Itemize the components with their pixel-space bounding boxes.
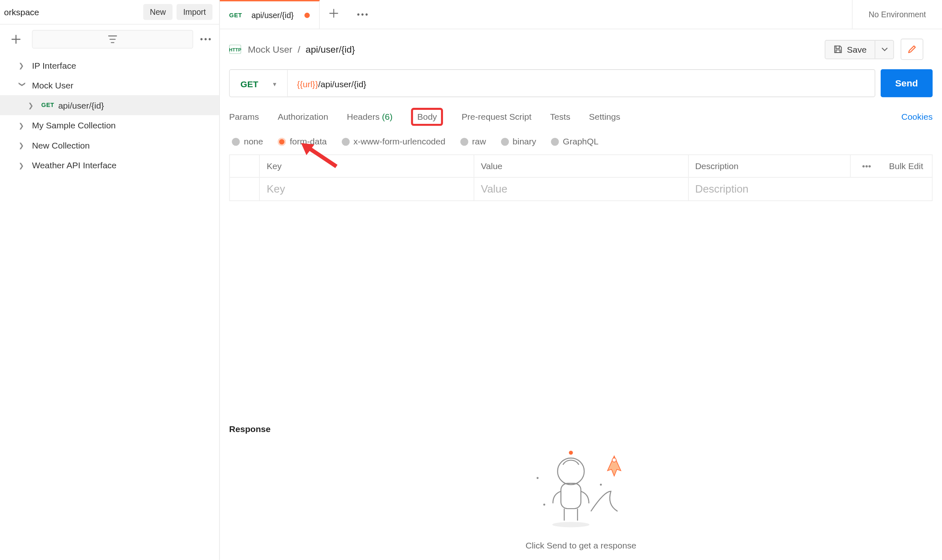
col-value: Value bbox=[474, 155, 688, 177]
request-tab[interactable]: GET api/user/{id} bbox=[220, 0, 319, 29]
chevron-right-icon: ❯ bbox=[28, 102, 36, 109]
row-desc-input[interactable]: Description bbox=[688, 178, 851, 200]
add-tab-button[interactable] bbox=[319, 8, 347, 20]
edit-button[interactable] bbox=[901, 39, 923, 60]
url-row: GET ▾ {{url}}/api/user/{id} Send bbox=[229, 69, 933, 97]
filter-input[interactable] bbox=[32, 30, 194, 49]
svg-point-5 bbox=[536, 477, 539, 479]
tab-prerequest[interactable]: Pre-request Script bbox=[462, 112, 532, 122]
import-button[interactable]: Import bbox=[177, 4, 212, 20]
collection-item[interactable]: ❯ New Collection bbox=[0, 135, 219, 155]
row-value-input[interactable]: Value bbox=[474, 178, 688, 200]
collection-item[interactable]: ❯ IP Interface bbox=[0, 55, 219, 75]
cookies-link[interactable]: Cookies bbox=[901, 112, 933, 122]
breadcrumb: Mock User / api/user/{id} bbox=[248, 44, 355, 55]
row-key-input[interactable]: Key bbox=[260, 178, 474, 200]
workspace-header: orkspace New Import bbox=[0, 0, 219, 25]
bulk-edit-link[interactable]: Bulk Edit bbox=[882, 155, 932, 177]
tab-body[interactable]: Body bbox=[411, 108, 443, 126]
request-item[interactable]: ❯ GET api/user/{id} bbox=[0, 95, 219, 115]
svg-point-7 bbox=[600, 483, 602, 486]
save-button[interactable]: Save bbox=[825, 40, 874, 58]
form-data-table: Key Value Description ••• Bulk Edit Key … bbox=[229, 154, 933, 201]
svg-point-6 bbox=[543, 504, 545, 506]
svg-point-0 bbox=[552, 522, 590, 527]
row-check[interactable] bbox=[230, 178, 260, 200]
save-icon bbox=[834, 44, 843, 54]
breadcrumb-sep: / bbox=[298, 44, 300, 55]
svg-point-3 bbox=[569, 451, 573, 455]
save-dropdown[interactable] bbox=[874, 40, 893, 58]
col-check bbox=[230, 155, 260, 177]
col-options[interactable]: ••• bbox=[851, 155, 882, 177]
tab-params[interactable]: Params bbox=[229, 112, 259, 122]
environment-selector[interactable]: No Environment bbox=[852, 0, 942, 29]
breadcrumb-current: api/user/{id} bbox=[305, 44, 355, 55]
col-key: Key bbox=[260, 155, 474, 177]
response-title: Response bbox=[229, 424, 933, 434]
create-new-icon[interactable] bbox=[7, 30, 25, 49]
response-hint: Click Send to get a response bbox=[525, 541, 636, 551]
collections-tree: ❯ IP Interface ❯ Mock User ❯ GET api/use… bbox=[0, 54, 219, 175]
radio-none[interactable]: none bbox=[232, 137, 263, 146]
svg-rect-2 bbox=[561, 483, 581, 509]
collection-label: New Collection bbox=[32, 140, 90, 150]
sidebar-more-icon[interactable]: ••• bbox=[200, 35, 212, 44]
sidebar: orkspace New Import ••• ❯ IP Interface ❯… bbox=[0, 0, 220, 560]
tab-title: api/user/{id} bbox=[252, 10, 294, 20]
collection-item[interactable]: ❯ My Sample Collection bbox=[0, 115, 219, 135]
save-group: Save bbox=[825, 40, 894, 59]
tab-method: GET bbox=[229, 12, 242, 18]
collection-item[interactable]: ❯ Weather API Interface bbox=[0, 155, 219, 175]
tab-tests[interactable]: Tests bbox=[550, 112, 570, 122]
filter-icon bbox=[108, 35, 117, 44]
new-button[interactable]: New bbox=[143, 4, 173, 20]
chevron-down-icon: ▾ bbox=[273, 80, 276, 88]
chevron-down-icon: ❯ bbox=[19, 81, 26, 89]
request-config-tabs: Params Authorization Headers (6) Body Pr… bbox=[220, 107, 942, 134]
response-empty-state: Click Send to get a response bbox=[229, 445, 933, 551]
radio-graphql[interactable]: GraphQL bbox=[551, 137, 599, 146]
tab-settings[interactable]: Settings bbox=[589, 112, 620, 122]
radio-raw[interactable]: raw bbox=[460, 137, 486, 146]
collection-label: IP Interface bbox=[32, 60, 76, 70]
astronaut-illustration-icon bbox=[524, 445, 637, 531]
breadcrumb-parent[interactable]: Mock User bbox=[248, 44, 292, 55]
chevron-right-icon: ❯ bbox=[19, 121, 26, 129]
unsaved-dot-icon bbox=[304, 12, 310, 18]
main-panel: GET api/user/{id} ••• No Environment HTT… bbox=[220, 0, 942, 560]
row-bulk bbox=[882, 178, 932, 200]
svg-point-4 bbox=[612, 458, 616, 462]
save-label: Save bbox=[847, 44, 867, 54]
radio-urlencoded[interactable]: x-www-form-urlencoded bbox=[341, 137, 445, 146]
tab-authorization[interactable]: Authorization bbox=[277, 112, 328, 122]
chevron-right-icon: ❯ bbox=[19, 161, 26, 169]
url-input[interactable]: {{url}}/api/user/{id} bbox=[288, 70, 875, 97]
collection-label: My Sample Collection bbox=[32, 120, 116, 130]
chevron-right-icon: ❯ bbox=[19, 62, 26, 69]
request-label: api/user/{id} bbox=[58, 100, 104, 110]
svg-point-1 bbox=[557, 458, 584, 485]
breadcrumb-row: HTTP Mock User / api/user/{id} Save bbox=[220, 29, 942, 69]
table-row[interactable]: Key Value Description bbox=[230, 178, 932, 200]
environment-label: No Environment bbox=[869, 9, 926, 19]
tabs-more-icon[interactable]: ••• bbox=[347, 9, 378, 19]
col-description: Description bbox=[688, 155, 851, 177]
radio-form-data[interactable]: form-data bbox=[278, 137, 327, 146]
method-select[interactable]: GET ▾ bbox=[230, 70, 287, 97]
send-button[interactable]: Send bbox=[881, 69, 933, 97]
http-icon: HTTP bbox=[229, 44, 241, 54]
method-value: GET bbox=[240, 79, 258, 89]
row-opts bbox=[851, 178, 882, 200]
radio-binary[interactable]: binary bbox=[501, 137, 536, 146]
response-section: Response bbox=[220, 415, 942, 560]
url-variable: {{url}} bbox=[297, 79, 318, 89]
collection-item[interactable]: ❯ Mock User bbox=[0, 75, 219, 95]
pencil-icon bbox=[907, 44, 917, 54]
chevron-right-icon: ❯ bbox=[19, 142, 26, 149]
workspace-title: orkspace bbox=[0, 7, 139, 17]
tabs-bar: GET api/user/{id} ••• No Environment bbox=[220, 0, 942, 29]
tab-headers[interactable]: Headers (6) bbox=[347, 112, 392, 122]
url-path: /api/user/{id} bbox=[318, 79, 366, 89]
collection-label: Weather API Interface bbox=[32, 160, 117, 170]
